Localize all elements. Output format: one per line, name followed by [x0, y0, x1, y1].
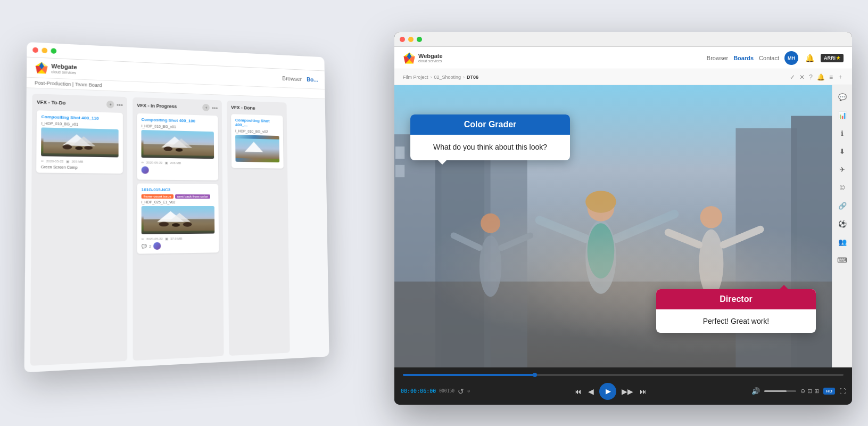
card-size: 206 MB: [170, 161, 181, 164]
sidebar-chart-icon[interactable]: 📊: [835, 108, 850, 122]
card-date: 2020-05-22: [46, 159, 64, 163]
webgate-logo-icon-player: [403, 52, 416, 64]
card-label: Green Screen Comp: [41, 165, 119, 170]
kanban-card[interactable]: Compositing Shot 400_110 I_HDP_010_BG_v0…: [36, 110, 123, 174]
bell-icon[interactable]: 🔔: [817, 73, 825, 81]
timeline-bar[interactable]: [403, 374, 844, 376]
sidebar-download-icon[interactable]: ⬇: [835, 144, 850, 159]
player-header: Webgate cloud services Browser Boards Co…: [394, 47, 852, 69]
logo-text-block: Webgate cloud services: [51, 63, 77, 74]
timeline-thumb[interactable]: [533, 373, 537, 377]
controls-main: 00:00:06:00 000150 ↺ ⊙ ⏮ ◀ ▶ ▶▶ ⏭ 🔊: [401, 380, 846, 403]
sidebar-info-icon[interactable]: ℹ: [835, 126, 850, 141]
board-browser-link[interactable]: Browser: [282, 75, 302, 82]
sidebar-keyboard-icon[interactable]: ⌨: [835, 252, 850, 267]
app-name-player: Webgate: [418, 53, 443, 59]
zoom-fit-button[interactable]: ⊡: [807, 388, 812, 395]
svg-point-44: [585, 220, 616, 293]
nav-browser[interactable]: Browser: [707, 55, 728, 61]
plus-icon[interactable]: ＋: [837, 72, 844, 81]
card-size-icon: ▣: [165, 161, 168, 165]
svg-rect-42: [395, 165, 404, 177]
card-size-icon: ▣: [165, 236, 168, 240]
sidebar-copyright-icon[interactable]: ©: [835, 180, 850, 195]
x-icon[interactable]: ✕: [799, 73, 805, 81]
sidebar-send-icon[interactable]: ✈: [835, 162, 850, 177]
skip-to-end-button[interactable]: ⏭: [639, 386, 648, 397]
nav-contact[interactable]: Contact: [759, 55, 779, 61]
board-boards-link[interactable]: Bo...: [307, 76, 318, 83]
card-thumbnail: [142, 206, 215, 234]
loop-icon[interactable]: ↺: [458, 387, 464, 396]
nav-boards[interactable]: Boards: [733, 55, 754, 61]
close-dot-player[interactable]: [400, 37, 405, 42]
avatar: [142, 166, 149, 174]
webgate-logo-icon: [35, 61, 48, 75]
col-menu-inprogress[interactable]: •••: [212, 104, 218, 111]
step-forward-button[interactable]: ▶▶: [621, 386, 634, 397]
col-header-done: VFX - Done: [231, 105, 283, 112]
svg-line-57: [501, 235, 530, 248]
help-icon[interactable]: ?: [809, 73, 813, 81]
card-thumbnail: [141, 130, 214, 159]
list-icon[interactable]: ≡: [829, 73, 833, 81]
card-meta: ✏ 2020-05-22 ▣ 206 MB: [142, 160, 214, 165]
zoom-out-button[interactable]: ⊖: [800, 388, 805, 395]
player-window: Webgate cloud services Browser Boards Co…: [394, 32, 852, 405]
play-button[interactable]: ▶: [599, 383, 616, 400]
sidebar-chat-icon[interactable]: 💬: [835, 89, 850, 104]
player-logo: Webgate cloud services: [403, 52, 443, 64]
add-card-icon[interactable]: +: [106, 101, 114, 109]
minimize-dot[interactable]: [42, 47, 47, 53]
sidebar-link-icon[interactable]: 🔗: [835, 198, 850, 213]
toolbar-icons: ✓ ✕ ? 🔔 ≡ ＋: [790, 72, 844, 81]
volume-fill: [764, 390, 787, 392]
user-avatar[interactable]: MH: [784, 51, 798, 65]
card-date: 2020-05-22: [146, 161, 163, 164]
skip-to-start-button[interactable]: ⏮: [573, 386, 583, 397]
minimize-dot-player[interactable]: [408, 37, 414, 42]
card-thumbnail: [41, 127, 119, 157]
board-window: Webgate cloud services Browser Bo... Pos…: [24, 42, 329, 373]
kanban-col-inprogress: VFX - In Progress + ••• Compositing Shot…: [133, 97, 224, 361]
card-thumbnail: [235, 135, 279, 162]
comment-count: 2: [149, 244, 151, 248]
sidebar-users-icon[interactable]: 👥: [835, 234, 850, 249]
director-bubble: Director Perfect! Great work!: [656, 289, 816, 333]
step-back-button[interactable]: ◀: [587, 386, 595, 397]
check-icon[interactable]: ✓: [790, 73, 795, 81]
notification-icon[interactable]: 🔔: [804, 52, 815, 64]
kanban-card[interactable]: Compositing Shot 400_... I_HDP_010_BG_v0…: [231, 114, 284, 168]
maximize-dot-player[interactable]: [417, 37, 422, 42]
board-breadcrumb-text: Post-Production | Team Board: [35, 80, 102, 88]
director-message: Perfect! Great work!: [656, 309, 816, 333]
kanban-card[interactable]: Compositing Shot 400_100 I_HDP_010_BG_v0…: [137, 113, 218, 181]
svg-rect-35: [484, 146, 527, 367]
kanban-card[interactable]: 101G-015-NC3 frame-count issue sent back…: [137, 183, 219, 253]
maximize-dot[interactable]: [51, 48, 56, 54]
edit-icon: ✏: [41, 159, 44, 162]
hd-badge: HD: [823, 388, 835, 395]
card-size: 205 MB: [72, 160, 84, 163]
player-toolbar: Film Project › 02_Shooting › DT06 ✓ ✕ ? …: [394, 69, 852, 85]
col-menu-todo[interactable]: •••: [117, 102, 123, 108]
sidebar-globe-icon[interactable]: ⚽: [835, 216, 850, 231]
fullscreen-button[interactable]: ⛶: [839, 388, 846, 395]
volume-icon[interactable]: 🔊: [751, 387, 760, 395]
volume-bar[interactable]: [764, 390, 796, 392]
player-sidebar: 💬 📊 ℹ ⬇ ✈ © 🔗 ⚽ 👥 ⌨: [832, 85, 852, 367]
color-grader-role: Color Grader: [410, 114, 570, 135]
svg-line-46: [540, 220, 585, 239]
controls-center: ⏮ ◀ ▶ ▶▶ ⏭: [573, 383, 648, 400]
arri-text: ARRI: [824, 55, 836, 61]
add-card-icon-2[interactable]: +: [203, 104, 210, 111]
controls-right: 🔊 ⊖ ⊡ ⊞ HD ⛶: [751, 387, 846, 395]
player-controls: 00:00:06:00 000150 ↺ ⊙ ⏮ ◀ ▶ ▶▶ ⏭ 🔊: [394, 367, 852, 405]
logo-text-player: Webgate cloud services: [418, 53, 443, 63]
thumbnail-image-2: [144, 130, 214, 157]
avatar: [153, 242, 161, 250]
svg-rect-39: [395, 146, 404, 159]
close-dot[interactable]: [32, 47, 38, 53]
zoom-screen-button[interactable]: ⊞: [814, 388, 819, 395]
player-main: Color Grader What do you think about thi…: [394, 85, 852, 367]
